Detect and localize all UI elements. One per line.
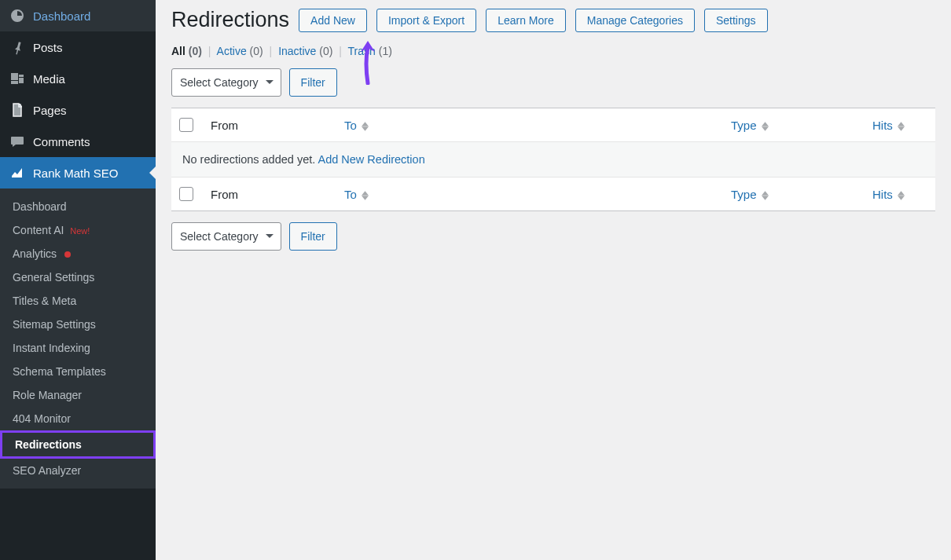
sub-seo-analyzer[interactable]: SEO Analyzer: [0, 459, 156, 482]
learn-more-button[interactable]: Learn More: [486, 9, 566, 32]
col-label: To: [344, 119, 357, 132]
sort-icon: [362, 122, 369, 131]
sub-404-monitor[interactable]: 404 Monitor: [0, 407, 156, 430]
table-header: From To Type Hits: [171, 108, 935, 141]
menu-rank-math-seo[interactable]: Rank Math SEO: [0, 157, 156, 188]
status-inactive[interactable]: Inactive (0): [278, 45, 336, 57]
status-label: All: [171, 45, 185, 57]
sub-label: Analytics: [13, 247, 57, 260]
table-footer: From To Type Hits: [171, 177, 935, 210]
sort-icon: [362, 191, 369, 200]
sort-icon: [762, 122, 769, 131]
settings-button[interactable]: Settings: [704, 9, 768, 32]
separator: |: [205, 45, 215, 57]
col-type-footer[interactable]: Type: [731, 188, 872, 201]
sub-schema-templates[interactable]: Schema Templates: [0, 360, 156, 383]
col-hits-footer[interactable]: Hits: [872, 188, 927, 201]
col-checkbox: [179, 187, 211, 201]
col-label: To: [344, 188, 357, 201]
menu-posts[interactable]: Posts: [0, 31, 156, 63]
sub-sitemap-settings[interactable]: Sitemap Settings: [0, 313, 156, 336]
filter-row-bottom: Select Category Filter: [171, 222, 935, 251]
col-type-header[interactable]: Type: [731, 119, 872, 132]
sort-icon: [898, 122, 905, 131]
menu-label: Pages: [33, 104, 67, 117]
main-content: Redirections Add New Import & Export Lea…: [156, 0, 951, 560]
menu-label: Dashboard: [33, 9, 90, 23]
select-all-checkbox[interactable]: [179, 118, 193, 132]
svg-rect-0: [13, 104, 21, 116]
status-active[interactable]: Active (0): [217, 45, 266, 57]
col-label: Type: [731, 188, 757, 201]
pin-icon: [9, 39, 25, 55]
sub-redirections[interactable]: Redirections: [0, 430, 156, 459]
status-count: (0): [250, 45, 263, 57]
col-from-header[interactable]: From: [211, 119, 344, 132]
sub-instant-indexing[interactable]: Instant Indexing: [0, 336, 156, 360]
chart-icon: [9, 165, 25, 181]
menu-label: Comments: [33, 135, 90, 148]
separator: |: [336, 45, 345, 57]
menu-pages[interactable]: Pages: [0, 94, 156, 126]
sort-icon: [898, 191, 905, 200]
page-title: Redirections: [171, 8, 289, 32]
status-label: Inactive: [278, 45, 316, 57]
sub-titles-meta[interactable]: Titles & Meta: [0, 289, 156, 313]
category-select-bottom[interactable]: Select Category: [171, 222, 281, 251]
col-to-header[interactable]: To: [344, 119, 731, 132]
page-header: Redirections Add New Import & Export Lea…: [171, 8, 935, 32]
add-new-redirection-link[interactable]: Add New Redirection: [318, 153, 425, 166]
sub-content-ai[interactable]: Content AI New!: [0, 218, 156, 242]
comment-icon: [9, 134, 25, 149]
redirections-table: From To Type Hits: [171, 108, 935, 211]
col-from-footer[interactable]: From: [211, 188, 344, 201]
status-filter-links: All (0) | Active (0) | Inactive (0) | Tr…: [171, 45, 935, 57]
col-label: Hits: [872, 119, 893, 132]
menu-comments[interactable]: Comments: [0, 126, 156, 157]
rank-math-submenu: Dashboard Content AI New! Analytics Gene…: [0, 188, 156, 489]
sub-general-settings[interactable]: General Settings: [0, 265, 156, 289]
media-icon: [9, 71, 25, 86]
filter-button[interactable]: Filter: [289, 68, 337, 97]
col-to-footer[interactable]: To: [344, 188, 731, 201]
menu-label: Posts: [33, 41, 63, 54]
menu-dashboard[interactable]: Dashboard: [0, 0, 156, 31]
empty-text: No redirections added yet.: [182, 153, 318, 166]
status-label: Trash: [348, 45, 376, 57]
status-count: (0): [319, 45, 332, 57]
sub-label: Content AI: [13, 224, 64, 236]
sub-dashboard[interactable]: Dashboard: [0, 195, 156, 218]
notification-dot-icon: [64, 251, 71, 258]
category-select[interactable]: Select Category: [171, 68, 281, 97]
table-empty-row: No redirections added yet. Add New Redir…: [171, 141, 935, 177]
admin-sidebar: Dashboard Posts Media Pages Comments Ran…: [0, 0, 156, 560]
sub-role-manager[interactable]: Role Manager: [0, 383, 156, 407]
sort-icon: [762, 191, 769, 200]
menu-media[interactable]: Media: [0, 63, 156, 94]
dashboard-icon: [9, 8, 25, 24]
add-new-button[interactable]: Add New: [299, 9, 367, 32]
col-hits-header[interactable]: Hits: [872, 119, 927, 132]
col-checkbox: [179, 118, 211, 132]
new-badge: New!: [70, 226, 90, 236]
separator: |: [266, 45, 276, 57]
menu-label: Rank Math SEO: [33, 167, 118, 180]
import-export-button[interactable]: Import & Export: [376, 9, 476, 32]
filter-button-bottom[interactable]: Filter: [289, 222, 337, 251]
menu-label: Media: [33, 72, 65, 86]
page-icon: [9, 102, 25, 118]
status-all[interactable]: All (0): [171, 45, 205, 57]
select-value: Select Category: [180, 230, 259, 243]
select-value: Select Category: [180, 76, 259, 89]
sub-analytics[interactable]: Analytics: [0, 242, 156, 265]
status-trash[interactable]: Trash (1): [348, 45, 392, 57]
status-count: (0): [189, 45, 202, 57]
col-label: Hits: [872, 188, 893, 201]
col-label: Type: [731, 119, 757, 132]
status-label: Active: [217, 45, 247, 57]
select-all-checkbox-footer[interactable]: [179, 187, 193, 201]
manage-categories-button[interactable]: Manage Categories: [575, 9, 695, 32]
filter-row-top: Select Category Filter: [171, 68, 935, 97]
status-count: (1): [379, 45, 392, 57]
